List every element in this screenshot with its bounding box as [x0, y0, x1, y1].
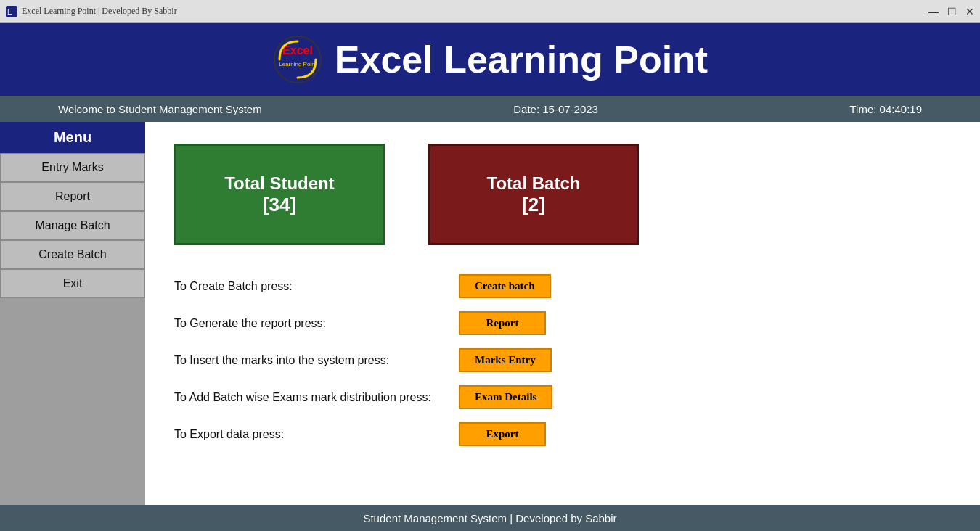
action-row-marks-entry: To Insert the marks into the system pres…: [174, 348, 951, 372]
date-text: Date: 15-07-2023: [513, 103, 598, 115]
sidebar-item-create-batch[interactable]: Create Batch: [0, 240, 145, 269]
app-header: Excel Learning Point Excel Learning Poin…: [0, 23, 980, 96]
welcome-text: Welcome to Student Management System: [58, 103, 262, 115]
total-student-card: Total Student [34]: [174, 144, 385, 245]
header-logo: Excel Learning Point: [272, 34, 323, 85]
sidebar-item-manage-batch[interactable]: Manage Batch: [0, 211, 145, 240]
content-area: Total Student [34] Total Batch [2] To Cr…: [145, 122, 980, 505]
footer: Student Management System | Developed by…: [0, 505, 980, 531]
title-bar-left: E Excel Learning Point | Developed By Sa…: [6, 6, 177, 17]
header-title: Excel Learning Point: [335, 38, 708, 81]
sidebar-item-report[interactable]: Report: [0, 182, 145, 211]
total-student-title: Total Student: [224, 173, 335, 194]
total-student-value: [34]: [263, 194, 296, 216]
title-bar-text: Excel Learning Point | Developed By Sabb…: [22, 6, 177, 17]
total-batch-value: [2]: [522, 194, 545, 216]
svg-text:Learning Point: Learning Point: [279, 61, 317, 67]
action-row-create-batch: To Create Batch press: Create batch: [174, 274, 951, 298]
sidebar-menu-header: Menu: [0, 122, 145, 153]
title-bar-controls[interactable]: — ☐ ✕: [928, 6, 974, 17]
app-icon: E: [6, 6, 17, 17]
title-bar: E Excel Learning Point | Developed By Sa…: [0, 0, 980, 23]
footer-text: Student Management System | Developed by…: [363, 512, 616, 524]
action-label-export: To Export data press:: [174, 428, 450, 441]
action-row-exam-details: To Add Batch wise Exams mark distributio…: [174, 385, 951, 409]
time-text: Time: 04:40:19: [849, 103, 922, 115]
svg-point-2: [274, 36, 321, 83]
sidebar: Menu Entry Marks Report Manage Batch Cre…: [0, 122, 145, 505]
action-row-report: To Generate the report press: Report: [174, 311, 951, 335]
export-button[interactable]: Export: [459, 422, 546, 446]
subtitle-bar: Welcome to Student Management System Dat…: [0, 96, 980, 122]
minimize-button[interactable]: —: [928, 6, 939, 17]
total-batch-card: Total Batch [2]: [428, 144, 639, 245]
svg-text:Excel: Excel: [282, 44, 313, 57]
total-batch-title: Total Batch: [487, 173, 581, 194]
close-button[interactable]: ✕: [965, 6, 974, 17]
maximize-button[interactable]: ☐: [947, 6, 957, 17]
create-batch-button[interactable]: Create batch: [459, 274, 551, 298]
svg-text:E: E: [7, 8, 12, 16]
action-label-report: To Generate the report press:: [174, 317, 450, 330]
stats-row: Total Student [34] Total Batch [2]: [174, 144, 951, 245]
action-label-create-batch: To Create Batch press:: [174, 280, 450, 293]
action-row-export: To Export data press: Export: [174, 422, 951, 446]
report-button[interactable]: Report: [459, 311, 546, 335]
marks-entry-button[interactable]: Marks Entry: [459, 348, 552, 372]
sidebar-item-entry-marks[interactable]: Entry Marks: [0, 153, 145, 182]
main-layout: Menu Entry Marks Report Manage Batch Cre…: [0, 122, 980, 505]
exam-details-button[interactable]: Exam Details: [459, 385, 552, 409]
action-label-marks-entry: To Insert the marks into the system pres…: [174, 354, 450, 367]
action-rows: To Create Batch press: Create batch To G…: [174, 274, 951, 446]
sidebar-item-exit[interactable]: Exit: [0, 269, 145, 298]
action-label-exam-details: To Add Batch wise Exams mark distributio…: [174, 391, 450, 404]
